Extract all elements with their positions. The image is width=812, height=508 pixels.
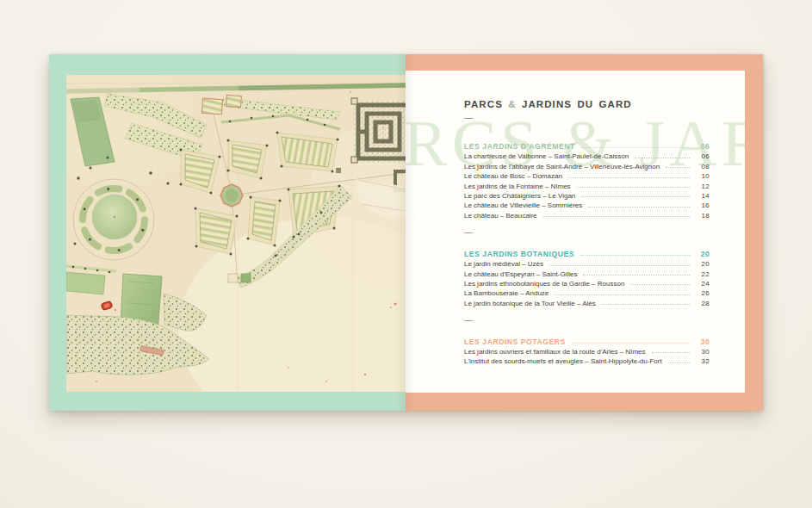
toc-entry-page-number: 32 bbox=[694, 357, 710, 365]
leader-dots bbox=[583, 275, 690, 276]
leader-dots bbox=[577, 187, 690, 188]
toc-entry-page-number: 10 bbox=[694, 172, 710, 180]
toc-entry: Le parc des Châtaigniers – Le Vigan14 bbox=[464, 190, 710, 200]
toc-entry: Les jardins de la Fontaine – Nîmes12 bbox=[464, 180, 710, 189]
toc-entry: Le château de Bosc – Domazan10 bbox=[464, 170, 710, 180]
garden-plan-svg bbox=[66, 75, 406, 392]
toc-entry-label: La Bambouseraie – Anduze bbox=[464, 289, 549, 297]
toc-section-header: LES JARDINS BOTANIQUES20 bbox=[464, 247, 710, 258]
toc-entry-label: Les jardins de l'abbaye de Saint-André –… bbox=[464, 163, 660, 170]
toc-entry-page-number: 16 bbox=[694, 201, 710, 209]
leader-dots bbox=[580, 255, 690, 256]
title-part2: JARDINS DU GARD bbox=[522, 99, 632, 109]
toc-section-header-label: LES JARDINS POTAGERS bbox=[464, 338, 566, 346]
toc-entry: L'institut des sourds-muets et aveugles … bbox=[464, 356, 710, 365]
toc-entry: La chartreuse de Valbonne – Saint-Paulet… bbox=[464, 151, 710, 160]
title-part1: PARCS bbox=[464, 99, 503, 109]
toc-entry-label: Le château d'Espeyran – Saint-Gilles bbox=[464, 270, 577, 278]
desk-background: PARCS & JARDINS PARCS & JARDINS DU GARD … bbox=[0, 0, 812, 508]
toc-section-header-page-number: 20 bbox=[694, 250, 710, 258]
toc-entry-label: Les jardins ethnobotaniques de la Gardie… bbox=[464, 280, 624, 288]
toc-entry: Le jardin botanique de la Tour Vieille –… bbox=[464, 297, 710, 307]
toc-entry-page-number: 26 bbox=[694, 289, 710, 297]
toc-section-header-page-number: 06 bbox=[694, 142, 710, 151]
toc-section-header: LES JARDINS D'AGRÉMENT06 bbox=[464, 139, 710, 151]
leader-dots bbox=[549, 265, 690, 266]
toc-entry-page-number: 12 bbox=[694, 183, 710, 190]
page-title: PARCS & JARDINS DU GARD bbox=[464, 99, 710, 110]
leader-dots bbox=[652, 352, 690, 353]
toc-entry-page-number: 24 bbox=[694, 280, 710, 288]
toc-entry-label: Le parc des Châtaigniers – Le Vigan bbox=[464, 192, 575, 200]
right-page: PARCS & JARDINS PARCS & JARDINS DU GARD … bbox=[406, 54, 763, 411]
toc-entry: Le château de Villevieille – Sommières16 bbox=[464, 200, 710, 209]
title-separator-dash: — bbox=[464, 115, 710, 122]
toc-entry: Les jardins de l'abbaye de Saint-André –… bbox=[464, 160, 710, 170]
toc-entry: Le château – Beaucaire18 bbox=[464, 209, 710, 219]
leader-dots bbox=[572, 343, 690, 344]
leader-dots bbox=[588, 207, 690, 208]
leader-dots bbox=[602, 304, 690, 305]
leader-dots bbox=[543, 216, 690, 217]
toc-sections: LES JARDINS D'AGRÉMENT06La chartreuse de… bbox=[464, 139, 710, 365]
toc-entry-page-number: 22 bbox=[694, 270, 710, 278]
leader-dots bbox=[555, 294, 690, 295]
toc-entry-label: Le château de Bosc – Domazan bbox=[464, 172, 562, 180]
leader-dots bbox=[568, 177, 690, 178]
toc-section-header-label: LES JARDINS D'AGRÉMENT bbox=[464, 142, 575, 151]
toc-entry-page-number: 06 bbox=[694, 152, 710, 160]
toc-entry-page-number: 08 bbox=[694, 163, 710, 170]
leader-dots bbox=[668, 362, 690, 363]
leader-dots bbox=[581, 196, 690, 197]
toc-entry: Les jardins ouvriers et familiaux de la … bbox=[464, 346, 710, 356]
toc-entry-label: La chartreuse de Valbonne – Saint-Paulet… bbox=[464, 152, 629, 160]
leader-dots bbox=[630, 284, 690, 285]
toc-entry-label: Le château de Villevieille – Sommières bbox=[464, 201, 582, 209]
book-spread: PARCS & JARDINS PARCS & JARDINS DU GARD … bbox=[49, 54, 763, 411]
toc-entry-label: Le château – Beaucaire bbox=[464, 212, 537, 220]
toc-entry: La Bambouseraie – Anduze26 bbox=[464, 288, 710, 297]
toc-entry-label: Les jardins ouvriers et familiaux de la … bbox=[464, 348, 646, 356]
toc-entry-page-number: 30 bbox=[694, 348, 710, 356]
toc-section-header-page-number: 30 bbox=[694, 338, 710, 346]
toc-entry: Le jardin médiéval – Uzès20 bbox=[464, 258, 710, 268]
toc-entry-label: L'institut des sourds-muets et aveugles … bbox=[464, 357, 662, 365]
title-ampersand: & bbox=[508, 99, 516, 109]
toc-entry-page-number: 28 bbox=[694, 300, 710, 307]
toc-content: PARCS & JARDINS DU GARD — LES JARDINS D'… bbox=[406, 71, 745, 365]
toc-panel: PARCS & JARDINS PARCS & JARDINS DU GARD … bbox=[406, 71, 745, 393]
garden-plan-illustration bbox=[66, 75, 406, 392]
leader-dots bbox=[666, 167, 690, 168]
section-separator-dash: — bbox=[464, 228, 710, 237]
leader-dots bbox=[581, 147, 690, 148]
toc-entry-page-number: 20 bbox=[694, 260, 710, 268]
toc-section-header: LES JARDINS POTAGERS30 bbox=[464, 335, 710, 346]
toc-section-header-label: LES JARDINS BOTANIQUES bbox=[464, 250, 574, 258]
leader-dots bbox=[635, 158, 690, 158]
left-page bbox=[49, 54, 406, 411]
toc-entry: Les jardins ethnobotaniques de la Gardie… bbox=[464, 278, 710, 288]
toc-entry-label: Les jardins de la Fontaine – Nîmes bbox=[464, 183, 571, 190]
toc-entry-page-number: 18 bbox=[694, 212, 710, 220]
toc-entry-label: Le jardin botanique de la Tour Vieille –… bbox=[464, 300, 596, 307]
section-separator-dash: — bbox=[464, 316, 710, 325]
toc-entry-page-number: 14 bbox=[694, 192, 710, 200]
toc-entry: Le château d'Espeyran – Saint-Gilles22 bbox=[464, 268, 710, 277]
toc-entry-label: Le jardin médiéval – Uzès bbox=[464, 260, 543, 268]
